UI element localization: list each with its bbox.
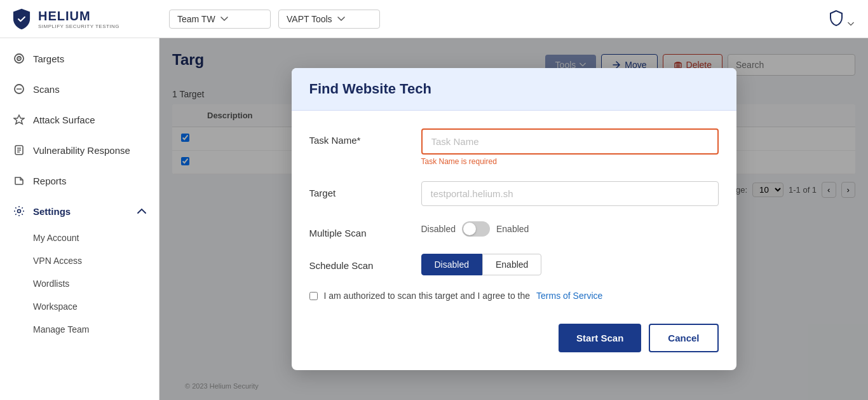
sidebar-item-reports-label: Reports bbox=[33, 176, 67, 186]
schedule-scan-wrap: Disabled Enabled bbox=[421, 254, 719, 275]
task-name-row: Task Name* Task Name is required bbox=[309, 128, 719, 166]
chevron-down-icon3 bbox=[848, 22, 854, 27]
sidebar-item-settings-label: Settings bbox=[33, 206, 71, 217]
sidebar-item-scans-label: Scans bbox=[33, 84, 60, 95]
toggle-enabled-label: Enabled bbox=[496, 224, 529, 234]
target-input[interactable] bbox=[421, 181, 719, 206]
sidebar-sub-wordlists-label: Wordlists bbox=[33, 279, 69, 289]
modal-body: Task Name* Task Name is required Target bbox=[292, 111, 736, 370]
team-dropdown-label: Team TW bbox=[177, 14, 215, 24]
user-shield-icon bbox=[827, 9, 845, 27]
reports-icon bbox=[13, 174, 25, 187]
sidebar-sub-vpn-access-label: VPN Access bbox=[33, 256, 82, 266]
schedule-wrap: Disabled Enabled bbox=[421, 254, 719, 275]
scan-icon bbox=[13, 83, 25, 95]
toggle-wrap: Disabled Enabled bbox=[421, 221, 719, 237]
logo-tagline: SIMPLIFY SECURITY TESTING bbox=[38, 24, 119, 29]
modal-title: Find Website Tech bbox=[309, 81, 719, 97]
sidebar-sub-vpn-access[interactable]: VPN Access bbox=[0, 249, 159, 272]
schedule-disabled-btn[interactable]: Disabled bbox=[421, 254, 482, 275]
terms-link[interactable]: Terms of Service bbox=[536, 291, 602, 301]
svg-point-2 bbox=[18, 58, 20, 59]
target-icon bbox=[13, 52, 25, 65]
schedule-scan-label: Schedule Scan bbox=[309, 254, 411, 271]
multiple-scan-row: Multiple Scan Disabled Enabled bbox=[309, 221, 719, 238]
sidebar-item-vuln-label: Vulnerability Response bbox=[33, 145, 130, 156]
task-name-input[interactable] bbox=[421, 128, 719, 155]
sidebar-item-targets[interactable]: Targets bbox=[0, 43, 159, 74]
sidebar: Targets Scans Attack Surface Vulnerabili… bbox=[0, 38, 159, 400]
sidebar-sub-wordlists[interactable]: Wordlists bbox=[0, 272, 159, 295]
terms-checkbox[interactable] bbox=[309, 292, 318, 300]
multiple-scan-toggle[interactable] bbox=[462, 221, 490, 237]
navbar: HELIUM SIMPLIFY SECURITY TESTING Team TW… bbox=[0, 0, 868, 38]
task-name-label: Task Name* bbox=[309, 128, 411, 146]
schedule-scan-row: Schedule Scan Disabled Enabled bbox=[309, 254, 719, 275]
target-row: Target bbox=[309, 181, 719, 206]
sidebar-item-settings[interactable]: Settings bbox=[0, 196, 159, 226]
main-content: Targ Tools Move Delete 1 Target bbox=[159, 38, 868, 400]
svg-point-5 bbox=[18, 210, 21, 213]
sidebar-item-attack-surface-label: Attack Surface bbox=[33, 114, 95, 125]
chevron-down-icon2 bbox=[337, 17, 345, 22]
sidebar-item-reports[interactable]: Reports bbox=[0, 165, 159, 196]
nav-dropdowns: Team TW VAPT Tools bbox=[169, 10, 380, 29]
modal-footer: Start Scan Cancel bbox=[309, 319, 719, 352]
multiple-scan-label: Multiple Scan bbox=[309, 221, 411, 238]
sidebar-sub-workspace[interactable]: Workspace bbox=[0, 295, 159, 318]
modal-header: Find Website Tech bbox=[292, 68, 736, 111]
target-wrap bbox=[421, 181, 719, 206]
sidebar-sub-my-account-label: My Account bbox=[33, 233, 79, 243]
chevron-up-icon bbox=[137, 208, 146, 214]
sidebar-sub-manage-team-label: Manage Team bbox=[33, 324, 89, 334]
layout: Targets Scans Attack Surface Vulnerabili… bbox=[0, 38, 868, 400]
tools-dropdown[interactable]: VAPT Tools bbox=[278, 10, 380, 29]
sidebar-item-attack-surface[interactable]: Attack Surface bbox=[0, 104, 159, 135]
schedule-enabled-btn[interactable]: Enabled bbox=[482, 254, 541, 275]
start-scan-button[interactable]: Start Scan bbox=[559, 324, 641, 352]
attack-icon bbox=[13, 113, 25, 126]
vuln-icon bbox=[13, 144, 25, 156]
multiple-scan-wrap: Disabled Enabled bbox=[421, 221, 719, 237]
logo-shield-icon bbox=[10, 8, 33, 31]
modal-overlay: Find Website Tech Task Name* Task Name i… bbox=[159, 38, 868, 400]
logo-area: HELIUM SIMPLIFY SECURITY TESTING bbox=[10, 8, 169, 31]
sidebar-sub-my-account[interactable]: My Account bbox=[0, 226, 159, 249]
nav-right bbox=[824, 5, 858, 32]
toggle-knob bbox=[463, 223, 476, 235]
logo-name: HELIUM bbox=[38, 9, 119, 24]
chevron-down-icon bbox=[220, 17, 228, 22]
toggle-disabled-label: Disabled bbox=[421, 224, 456, 234]
task-name-wrap: Task Name is required bbox=[421, 128, 719, 166]
sidebar-sub-workspace-label: Workspace bbox=[33, 301, 78, 312]
terms-row: I am authorized to scan this target and … bbox=[309, 291, 719, 301]
sidebar-item-targets-label: Targets bbox=[33, 53, 64, 64]
team-dropdown[interactable]: Team TW bbox=[169, 10, 271, 29]
task-name-error: Task Name is required bbox=[421, 157, 719, 166]
sidebar-sub-manage-team[interactable]: Manage Team bbox=[0, 318, 159, 341]
user-menu-button[interactable] bbox=[824, 5, 858, 32]
tools-dropdown-label: VAPT Tools bbox=[287, 14, 332, 24]
cancel-button[interactable]: Cancel bbox=[649, 324, 718, 352]
settings-icon bbox=[13, 205, 25, 217]
sidebar-item-scans[interactable]: Scans bbox=[0, 74, 159, 104]
target-label: Target bbox=[309, 181, 411, 198]
terms-text: I am authorized to scan this target and … bbox=[324, 291, 531, 301]
logo-text: HELIUM SIMPLIFY SECURITY TESTING bbox=[38, 9, 119, 29]
modal: Find Website Tech Task Name* Task Name i… bbox=[292, 68, 736, 370]
sidebar-item-vuln-response[interactable]: Vulnerability Response bbox=[0, 135, 159, 165]
